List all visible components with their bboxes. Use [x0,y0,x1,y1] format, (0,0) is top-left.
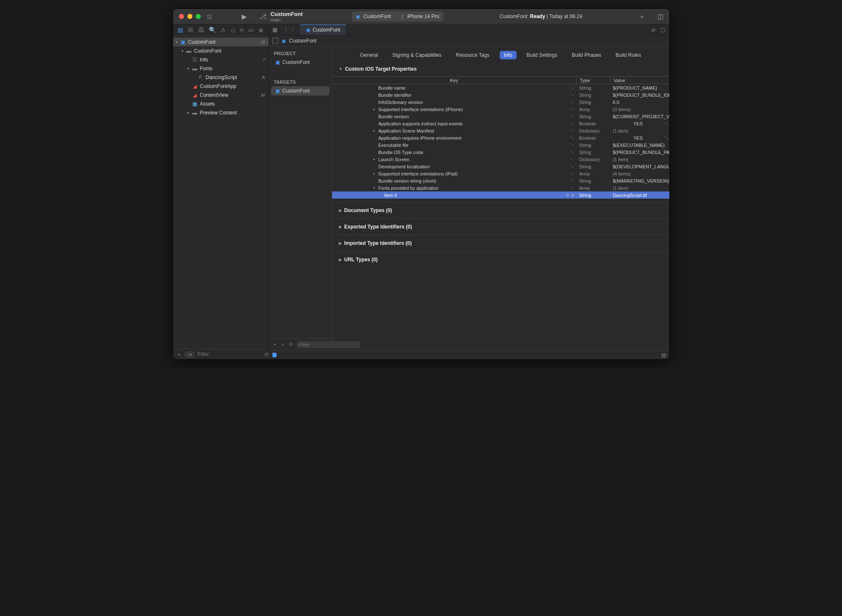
key-cell[interactable]: Bundle version string (short)⌃⌄ [332,178,577,183]
minimize-window[interactable] [187,14,192,19]
key-cell[interactable]: InfoDictionary version⌃⌄ [332,100,577,105]
stepper-icon[interactable]: ⌃⌄ [569,122,573,125]
value-cell[interactable]: (3 items) [610,107,669,112]
value-cell[interactable]: (4 items) [610,171,669,176]
key-cell[interactable]: Bundle identifier⌃⌄ [332,93,577,98]
type-cell[interactable]: Dictionary [577,128,610,133]
nav-back-icon[interactable]: 〈 [282,26,287,34]
tree-item[interactable]: FDancingScriptA [173,73,269,82]
type-cell[interactable]: Dictionary [577,157,610,162]
stepper-icon[interactable]: ⌃⌄ [569,93,573,97]
type-cell[interactable]: String [577,100,610,105]
section-url-types[interactable]: ▶URL Types (0) [332,255,669,264]
value-cell[interactable]: (1 item) [610,128,669,133]
stepper-icon[interactable]: ⌃⌄ [663,136,668,140]
stepper-icon[interactable]: ⌃⌄ [569,179,573,183]
remove-target-icon[interactable]: − [282,342,285,348]
tree-item[interactable]: ▾▬Fonts [173,64,269,73]
settings-tab[interactable]: Build Rules [611,51,645,59]
value-cell[interactable]: $(PRODUCT_BUNDLE_IDE [610,93,669,98]
toggle-inspector-icon[interactable]: ◫ [658,13,663,20]
tree-item[interactable]: ▸▬Preview Content [173,108,269,117]
nav-test-icon[interactable]: ◇ [231,27,235,33]
nav-debug-icon[interactable]: ⎋ [240,27,243,33]
section-document-types[interactable]: ▶Document Types (0) [332,206,669,215]
stepper-icon[interactable]: ⌃⌄ [569,100,573,104]
key-cell[interactable]: Bundle name⌃⌄ [332,85,577,90]
value-cell[interactable]: DancingScript.ttf [610,193,669,198]
stepper-icon[interactable]: ⌃⌄ [569,136,573,140]
nav-issue-icon[interactable]: ⚠ [221,27,226,33]
col-type[interactable]: Type [577,77,610,84]
plist-row[interactable]: InfoDictionary version⌃⌄String6.0 [332,98,669,106]
remove-row-icon[interactable]: ⊖ [566,193,569,197]
type-cell[interactable]: String [577,178,610,183]
key-cell[interactable]: ▸Application Scene Manifest⌃⌄ [332,128,577,133]
tree-item[interactable]: ◢CustomFontApp [173,82,269,90]
value-cell[interactable]: $(DEVELOPMENT_LANGU [610,164,669,169]
plist-row[interactable]: ▸Launch Screen⌃⌄Dictionary(1 item) [332,156,669,163]
settings-tab[interactable]: General [356,51,382,59]
settings-tab[interactable]: Resource Tags [452,51,494,59]
target-item[interactable]: ▣ CustomFont [271,86,330,96]
col-value[interactable]: Value [610,77,669,84]
add-target-icon[interactable]: ＋ [272,341,277,348]
value-cell[interactable]: 6.0 [610,100,669,105]
tree-item[interactable]: ▦Assets [173,99,269,108]
key-cell[interactable]: ▸Supported interface orientations (iPhon… [332,107,577,112]
type-cell[interactable]: String [577,143,610,148]
filter-scope-icon[interactable]: ⊙▾ [185,352,195,357]
close-window[interactable] [179,14,184,19]
key-cell[interactable]: ▸Supported interface orientations (iPad)… [332,171,577,176]
scheme-branch[interactable]: CustomFont main [271,11,303,22]
nav-find-icon[interactable]: 🔍 [209,27,216,33]
plist-row[interactable]: ▸Application Scene Manifest⌃⌄Dictionary(… [332,127,669,134]
navigator-filter-input[interactable] [198,351,261,357]
type-cell[interactable]: Array [577,107,610,112]
library-button[interactable]: ＋ [639,13,645,21]
zoom-window[interactable] [196,14,201,19]
plist-row[interactable]: Application requires iPhone environment⌃… [332,134,669,141]
scheme-selector[interactable]: ▣ CustomFont 〉 ▯ iPhone 14 Pro [352,11,443,21]
add-file-icon[interactable]: ＋ [176,351,181,358]
plist-row[interactable]: ▸Supported interface orientations (iPhon… [332,106,669,113]
editor-tab[interactable]: ▣ CustomFont [300,24,346,35]
section-header[interactable]: ▼ Custom iOS Target Properties [332,64,669,74]
stepper-icon[interactable]: ⌃⌄ [569,143,573,147]
plist-row[interactable]: Application supports indirect input even… [332,120,669,127]
type-cell[interactable]: String [577,85,610,90]
col-key[interactable]: Key [332,77,577,84]
plist-row[interactable]: Bundle OS Type code⌃⌄String$(PRODUCT_BUN… [332,149,669,156]
nav-breakpoint-icon[interactable]: ▭ [248,27,254,33]
type-cell[interactable]: Array [577,171,610,176]
project-item[interactable]: ▣ CustomFont [271,58,330,67]
plist-row[interactable]: Bundle version⌃⌄String$(CURRENT_PROJECT_… [332,113,669,120]
key-cell[interactable]: Item 0⊖⊖⌃⌄ [332,193,577,198]
stepper-icon[interactable]: ⌃⌄ [569,150,573,154]
adjust-editor-icon[interactable]: ▢ [661,27,665,33]
tree-item[interactable]: ▾▣CustomFontM [173,37,269,46]
plist-row[interactable]: Bundle name⌃⌄String$(PRODUCT_NAME) [332,84,669,91]
nav-forward-icon[interactable]: 〉 [291,26,297,34]
nav-source-control-icon[interactable]: ☒ [188,27,193,33]
breadcrumb[interactable]: CustomFont [289,38,317,44]
type-cell[interactable]: String [577,150,610,155]
stepper-icon[interactable]: ⌃⌄ [569,107,573,111]
key-cell[interactable]: Application supports indirect input even… [332,121,577,126]
stepper-icon[interactable]: ⌃⌄ [569,165,573,168]
key-cell[interactable]: Application requires iPhone environment⌃… [332,135,577,141]
value-cell[interactable]: $(CURRENT_PROJECT_VE [610,114,669,119]
stepper-icon[interactable]: ⌃⌄ [569,186,573,190]
stepper-icon[interactable]: ⌃⌄ [569,172,573,175]
value-cell[interactable]: $(MARKETING_VERSION) [610,178,669,183]
type-cell[interactable]: String [577,93,610,98]
plist-row[interactable]: Development localization⌃⌄String$(DEVELO… [332,163,669,170]
type-cell[interactable]: Array [577,186,610,191]
type-cell[interactable]: String [577,114,610,119]
key-cell[interactable]: Bundle version⌃⌄ [332,114,577,119]
section-imported-types[interactable]: ▶Imported Type Identifiers (0) [332,239,669,248]
section-exported-types[interactable]: ▶Exported Type Identifiers (0) [332,222,669,231]
related-items-icon[interactable]: ▦ [272,27,277,33]
settings-tab[interactable]: Signing & Capabilities [388,51,446,59]
value-cell[interactable]: (1 item) [610,157,669,162]
